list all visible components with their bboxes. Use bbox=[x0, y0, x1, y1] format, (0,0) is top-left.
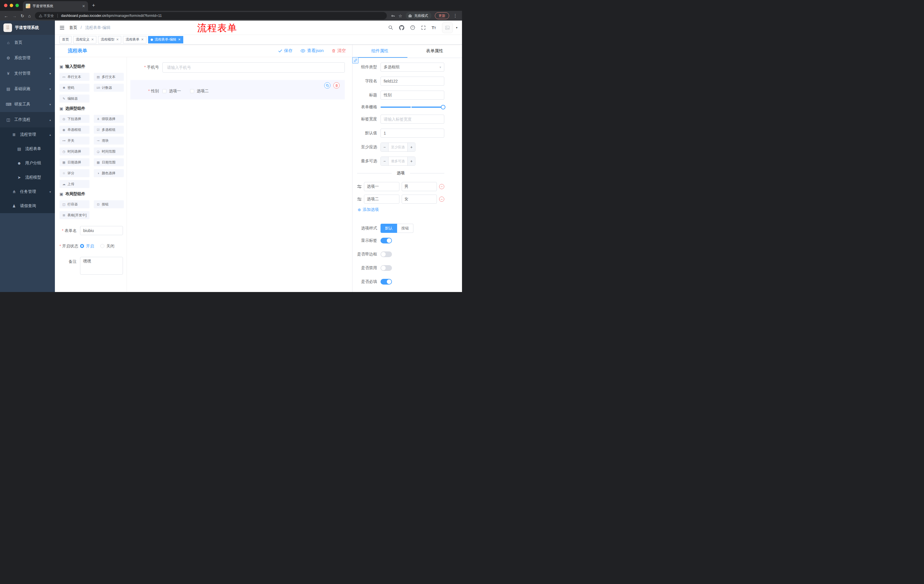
tag-home[interactable]: 首页 bbox=[59, 36, 71, 43]
option-value-input[interactable] bbox=[402, 182, 437, 191]
security-warning[interactable]: 不安全 bbox=[39, 13, 54, 18]
palette-item-table[interactable]: ⊞表格[开发中] bbox=[59, 211, 89, 219]
option-label-input[interactable] bbox=[364, 194, 399, 204]
label-width-input[interactable] bbox=[381, 115, 444, 124]
forward-icon[interactable]: → bbox=[12, 14, 16, 18]
phone-field-row[interactable]: 手机号 bbox=[130, 62, 345, 72]
drag-handle-icon[interactable] bbox=[357, 184, 361, 189]
palette-item-password[interactable]: ✱密码 bbox=[59, 84, 89, 92]
tab-close-icon[interactable]: ✕ bbox=[82, 4, 85, 8]
required-toggle[interactable] bbox=[381, 279, 392, 285]
palette-item-checkbox-group[interactable]: ☑多选框组 bbox=[94, 126, 124, 134]
form-name-input[interactable] bbox=[80, 226, 123, 235]
update-button[interactable]: 更新 bbox=[435, 12, 449, 19]
default-value-input[interactable] bbox=[381, 128, 444, 138]
sidebar-item-task-management[interactable]: ⋔ 任务管理 ▾ bbox=[0, 184, 55, 199]
breadcrumb-home[interactable]: 首页 bbox=[69, 25, 77, 30]
tag-close-icon[interactable]: ✕ bbox=[141, 38, 144, 41]
help-icon[interactable]: ? bbox=[410, 25, 415, 30]
tab-component-props[interactable]: 组件属性 bbox=[353, 44, 408, 58]
max-select-input[interactable]: 最多可选 bbox=[388, 157, 408, 165]
palette-item-slider[interactable]: ⊸滑块 bbox=[94, 137, 124, 145]
sidebar-item-system[interactable]: ⚙ 系统管理 ▾ bbox=[0, 50, 55, 66]
palette-item-row-container[interactable]: ◫行容器 bbox=[59, 200, 89, 208]
back-icon[interactable]: ← bbox=[4, 14, 8, 18]
remove-option-icon[interactable]: − bbox=[439, 184, 444, 189]
tag-process-model[interactable]: 流程模型✕ bbox=[98, 36, 121, 43]
palette-item-date-range[interactable]: ▩日期范围 bbox=[94, 158, 124, 166]
clear-button[interactable]: 清空 bbox=[332, 48, 346, 53]
font-size-icon[interactable]: TT bbox=[432, 25, 436, 30]
reload-icon[interactable]: ↻ bbox=[21, 14, 24, 18]
disabled-toggle[interactable] bbox=[381, 265, 392, 271]
option-value-input[interactable] bbox=[402, 194, 437, 204]
palette-item-multi-line-text[interactable]: ▤多行文本 bbox=[94, 73, 124, 81]
browser-tab[interactable]: 芋道管理系统 ✕ bbox=[23, 1, 88, 11]
palette-item-time-range[interactable]: ◶时间范围 bbox=[94, 147, 124, 155]
palette-item-upload[interactable]: ☁上传 bbox=[59, 180, 89, 188]
minus-icon[interactable]: − bbox=[381, 143, 388, 151]
tag-close-icon[interactable]: ✕ bbox=[116, 38, 119, 41]
sidebar-item-devtools[interactable]: ⌨ 研发工具 ▾ bbox=[0, 97, 55, 112]
phone-input[interactable] bbox=[162, 62, 345, 72]
palette-item-single-line-text[interactable]: ▭单行文本 bbox=[59, 73, 89, 81]
sidebar-item-home[interactable]: ⌂ 首页 bbox=[0, 35, 55, 50]
fullscreen-icon[interactable] bbox=[421, 25, 426, 30]
title-input[interactable] bbox=[381, 90, 444, 100]
palette-item-editor[interactable]: ✎编辑器 bbox=[59, 95, 89, 102]
sidebar-item-workflow[interactable]: ◫ 工作流程 ▴ bbox=[0, 112, 55, 127]
bookmark-star-icon[interactable]: ☆ bbox=[399, 14, 402, 18]
zoom-window-button[interactable] bbox=[15, 4, 19, 7]
component-type-select[interactable]: 多选框组▾ bbox=[381, 63, 444, 72]
remark-textarea[interactable]: 嘿嘿 bbox=[80, 257, 123, 275]
status-on-radio[interactable]: 开启 bbox=[80, 242, 94, 250]
avatar[interactable] bbox=[442, 22, 453, 33]
sidebar-item-leave-query[interactable]: ♟ 请假查询 bbox=[0, 199, 55, 213]
close-window-button[interactable] bbox=[4, 4, 7, 7]
show-label-toggle[interactable] bbox=[381, 238, 392, 243]
tab-form-props[interactable]: 表单属性 bbox=[408, 44, 462, 58]
github-icon[interactable] bbox=[399, 25, 404, 30]
palette-item-color-picker[interactable]: ◑颜色选择 bbox=[94, 169, 124, 177]
tag-close-icon[interactable]: ✕ bbox=[91, 38, 94, 41]
new-tab-button[interactable]: + bbox=[92, 3, 95, 8]
sidebar-item-payment[interactable]: ¥ 支付管理 ▾ bbox=[0, 66, 55, 81]
sidebar-item-process-form[interactable]: ▤ 流程表单 bbox=[0, 142, 55, 156]
option-label-input[interactable] bbox=[364, 182, 399, 191]
min-select-input[interactable]: 至少应选 bbox=[388, 143, 408, 151]
gender-field-selected[interactable]: 性别 选项一 选项二 bbox=[130, 80, 345, 99]
delete-field-button[interactable] bbox=[333, 82, 340, 89]
password-key-icon[interactable] bbox=[391, 14, 395, 18]
gender-option-2-checkbox[interactable]: 选项二 bbox=[190, 89, 209, 94]
view-json-button[interactable]: 查看json bbox=[300, 48, 323, 53]
palette-item-time-picker[interactable]: ◷时间选择 bbox=[59, 147, 89, 155]
remove-option-icon[interactable]: − bbox=[439, 197, 444, 202]
gender-option-1-checkbox[interactable]: 选项一 bbox=[162, 89, 181, 94]
sidebar-item-process-management[interactable]: ≣ 流程管理 ▴ bbox=[0, 127, 55, 142]
copy-field-button[interactable] bbox=[324, 82, 330, 89]
minimize-window-button[interactable] bbox=[10, 4, 13, 7]
palette-item-counter[interactable]: 123计数器 bbox=[94, 84, 124, 92]
field-name-input[interactable] bbox=[381, 77, 444, 86]
home-icon-browser[interactable]: ⌂ bbox=[28, 14, 31, 18]
tag-close-icon[interactable]: ✕ bbox=[178, 38, 181, 41]
save-button[interactable]: 保存 bbox=[278, 48, 292, 53]
add-option-button[interactable]: ⊕ 添加选项 bbox=[358, 207, 444, 212]
form-grid-slider[interactable] bbox=[381, 105, 444, 110]
search-icon[interactable] bbox=[388, 25, 393, 30]
plus-icon[interactable]: + bbox=[408, 157, 415, 165]
address-bar[interactable]: 不安全 dashboard.yudao.iocoder.cn/bpm/manag… bbox=[35, 12, 387, 20]
sidebar-item-process-model[interactable]: ➤ 流程模型 bbox=[0, 170, 55, 184]
palette-item-radio-group[interactable]: ◉单选框组 bbox=[59, 126, 89, 134]
tag-process-definition[interactable]: 流程定义✕ bbox=[73, 36, 96, 43]
avatar-caret-icon[interactable]: ▾ bbox=[456, 26, 457, 29]
tag-process-form-edit[interactable]: 流程表单-编辑✕ bbox=[148, 36, 183, 43]
style-default-button[interactable]: 默认 bbox=[381, 224, 397, 233]
palette-item-switch[interactable]: ⊶开关 bbox=[59, 137, 89, 145]
slider-handle[interactable] bbox=[441, 105, 446, 109]
plus-icon[interactable]: + bbox=[408, 143, 415, 151]
sidebar-item-infrastructure[interactable]: ▤ 基础设施 ▾ bbox=[0, 81, 55, 97]
palette-item-rate[interactable]: ☆评分 bbox=[59, 169, 89, 177]
doc-link-button[interactable] bbox=[352, 57, 358, 63]
palette-item-date-picker[interactable]: ▦日期选择 bbox=[59, 158, 89, 166]
